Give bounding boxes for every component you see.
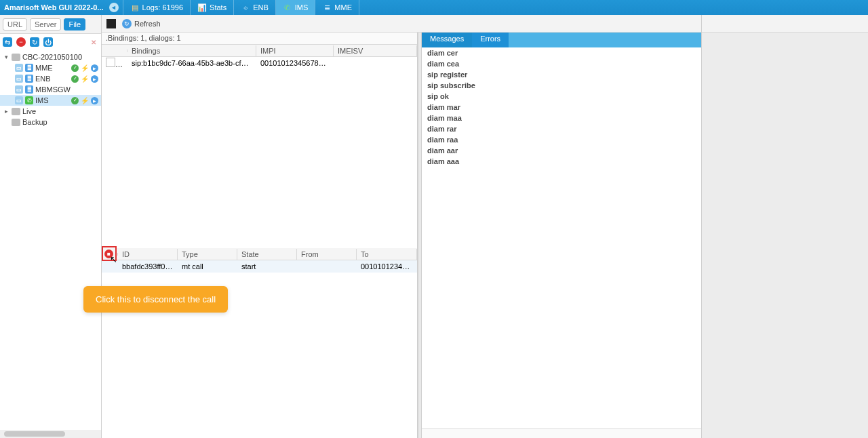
tree-node-enb[interactable]: ▭≣ENB✓⚡▶ bbox=[0, 73, 101, 84]
power-icon[interactable]: ⏻ bbox=[43, 37, 53, 47]
tab-label: ENB bbox=[253, 3, 269, 12]
node-icon: ▭ bbox=[15, 64, 23, 72]
phone-icon: ✆ bbox=[283, 3, 292, 12]
bindings-row[interactable]: sip:b1bc9dc7-66aa-45b3-ae3b-cf7238865ef2… bbox=[102, 57, 417, 69]
service-icon: ≣ bbox=[25, 85, 33, 94]
doc-icon bbox=[106, 58, 115, 67]
message-key: sip register bbox=[427, 71, 563, 79]
tree-live-label: Live bbox=[22, 107, 36, 115]
antenna-icon: ⟐ bbox=[241, 3, 250, 12]
url-button[interactable]: URL bbox=[3, 18, 27, 31]
col-bindings[interactable]: Bindings bbox=[127, 45, 256, 56]
tree-root-label: CBC-2021050100 bbox=[22, 53, 82, 61]
check-icon: ✓ bbox=[71, 75, 79, 83]
message-key: diam aaa bbox=[427, 157, 563, 165]
message-key: diam maa bbox=[427, 114, 563, 122]
left-toolbar: URL Server File bbox=[0, 15, 101, 34]
tree-node-mbmsgw[interactable]: ▭≣MBMSGW bbox=[0, 84, 101, 95]
h-scrollbar[interactable] bbox=[0, 430, 101, 438]
tab-messages[interactable]: Messages bbox=[422, 33, 472, 47]
call-type: mt call bbox=[178, 261, 237, 272]
col-id[interactable]: ID bbox=[118, 249, 178, 260]
server-icon: ≣ bbox=[322, 3, 332, 12]
tab-mme[interactable]: ≣MME bbox=[315, 0, 359, 15]
check-icon: ✓ bbox=[71, 97, 79, 104]
refresh-tree-icon[interactable]: ↻ bbox=[30, 37, 39, 47]
tree-node-mme[interactable]: ▭≣MME✓⚡▶ bbox=[0, 62, 101, 73]
node-icon: ▭ bbox=[15, 75, 23, 83]
tree-label: MBMSGW bbox=[35, 85, 71, 94]
chevron-left-icon[interactable]: ◄ bbox=[109, 3, 119, 12]
tab-stats[interactable]: 📊Stats bbox=[191, 0, 233, 15]
tab-label: Stats bbox=[210, 3, 226, 12]
tab-enb[interactable]: ⟐ENB bbox=[234, 0, 275, 15]
logs-icon: ▤ bbox=[130, 3, 140, 12]
col-type[interactable]: Type bbox=[178, 249, 237, 260]
message-key: diam cer bbox=[427, 49, 563, 57]
play-icon[interactable]: ▶ bbox=[91, 75, 98, 83]
message-key: diam aar bbox=[427, 146, 563, 155]
col-to[interactable]: To bbox=[357, 249, 417, 260]
right-gutter bbox=[701, 15, 868, 438]
play-icon[interactable]: ▶ bbox=[91, 97, 98, 104]
col-state[interactable]: State bbox=[237, 249, 297, 260]
connect-icon[interactable]: ⇆ bbox=[3, 37, 12, 47]
expander-icon[interactable]: ▸ bbox=[3, 108, 9, 115]
check-icon: ✓ bbox=[71, 64, 79, 72]
server-tree: ▾ CBC-2021050100 ▭≣MME✓⚡▶▭≣ENB✓⚡▶▭≣MBMSG… bbox=[0, 50, 101, 422]
col-imeisv[interactable]: IMEISV bbox=[334, 45, 417, 56]
message-key: sip subscribe bbox=[427, 81, 563, 89]
bolt-icon: ⚡ bbox=[81, 75, 89, 83]
tab-label: IMS bbox=[295, 3, 309, 12]
call-row[interactable]: bbafdc393ff0c7b8 mt call start 001010123… bbox=[102, 260, 417, 273]
disconnect-call-button[interactable]: ■ bbox=[104, 250, 113, 258]
folder-icon bbox=[12, 54, 20, 61]
col-from[interactable]: From bbox=[297, 249, 357, 260]
bindings-grid: Bindings IMPI IMEISV sip:b1bc9dc7-66aa-4… bbox=[102, 45, 417, 69]
bolt-icon: ⚡ bbox=[81, 64, 89, 72]
stop-icon[interactable]: － bbox=[16, 37, 26, 47]
tree-node-backup[interactable]: Backup bbox=[0, 117, 101, 127]
call-state: start bbox=[237, 261, 297, 272]
col-impi[interactable]: IMPI bbox=[256, 45, 334, 56]
call-id: bbafdc393ff0c7b8 bbox=[118, 261, 178, 272]
tree-node-live[interactable]: ▸ Live bbox=[0, 106, 101, 117]
tab-errors[interactable]: Errors bbox=[472, 33, 509, 47]
tab-label: MME bbox=[334, 3, 352, 12]
tree-label: IMS bbox=[35, 96, 49, 104]
call-to: 001010123456789 bbox=[357, 261, 417, 272]
expander-icon[interactable]: ▾ bbox=[3, 54, 9, 60]
tree-backup-label: Backup bbox=[22, 118, 47, 126]
message-key: diam raa bbox=[427, 136, 563, 144]
tree-toolbar: ⇆ － ↻ ⏻ ✕ bbox=[0, 34, 101, 50]
close-icon[interactable]: ✕ bbox=[89, 37, 98, 47]
bindings-status: .Bindings: 1, dialogs: 1 bbox=[102, 33, 417, 45]
left-sidebar: URL Server File ⇆ － ↻ ⏻ ✕ ▾ CBC-20210501… bbox=[0, 15, 102, 438]
tab-logs-61996[interactable]: ▤Logs: 61996 bbox=[123, 0, 191, 15]
node-icon: ▭ bbox=[15, 96, 23, 104]
tree-root[interactable]: ▾ CBC-2021050100 bbox=[0, 52, 101, 62]
call-from bbox=[297, 265, 357, 268]
col bbox=[102, 49, 127, 52]
terminal-icon[interactable] bbox=[106, 18, 117, 29]
play-icon[interactable]: ▶ bbox=[91, 64, 98, 72]
imeisv-value bbox=[334, 62, 417, 64]
refresh-icon: ↻ bbox=[122, 19, 132, 28]
service-icon: ≣ bbox=[25, 75, 33, 83]
tree-node-ims[interactable]: ▭✆IMS✓⚡▶ bbox=[0, 95, 101, 106]
folder-icon bbox=[12, 119, 20, 126]
topbar: Amarisoft Web GUI 2022-0... ◄ ▤Logs: 619… bbox=[0, 0, 868, 15]
refresh-button[interactable]: ↻ Refresh bbox=[122, 19, 161, 28]
calls-grid: ID Type State From To bbafdc393ff0c7b8 m… bbox=[102, 248, 417, 438]
tab-ims[interactable]: ✆IMS bbox=[276, 0, 315, 15]
message-key: diam rar bbox=[427, 125, 563, 133]
server-button[interactable]: Server bbox=[30, 18, 61, 31]
tab-label: Logs: 61996 bbox=[142, 3, 184, 12]
file-button[interactable]: File bbox=[64, 18, 85, 31]
binding-value: sip:b1bc9dc7-66aa-45b3-ae3b-cf7238865ef2… bbox=[127, 58, 256, 68]
node-icon: ▭ bbox=[15, 85, 23, 94]
folder-icon bbox=[12, 108, 20, 115]
tooltip: Click this to disconnect the call bbox=[83, 286, 228, 313]
app-title: Amarisoft Web GUI 2022-0... bbox=[0, 3, 108, 12]
refresh-label: Refresh bbox=[134, 20, 161, 28]
